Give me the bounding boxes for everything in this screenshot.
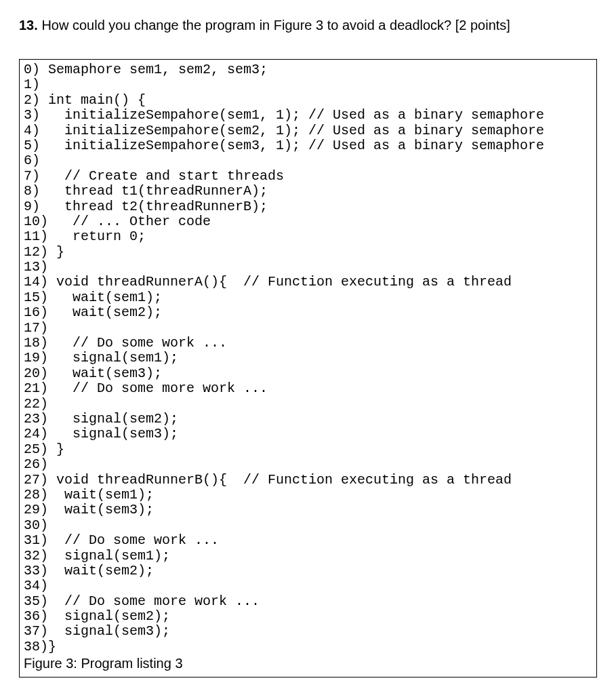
question-number: 13.: [19, 18, 38, 33]
figure-box: 0) Semaphore sem1, sem2, sem3; 1) 2) int…: [19, 59, 597, 678]
question-text: How could you change the program in Figu…: [41, 18, 510, 33]
code-listing: 0) Semaphore sem1, sem2, sem3; 1) 2) int…: [24, 62, 592, 654]
page: 13. How could you change the program in …: [0, 0, 616, 687]
figure-caption: Figure 3: Program listing 3: [24, 656, 592, 671]
question-paragraph: 13. How could you change the program in …: [19, 16, 597, 35]
